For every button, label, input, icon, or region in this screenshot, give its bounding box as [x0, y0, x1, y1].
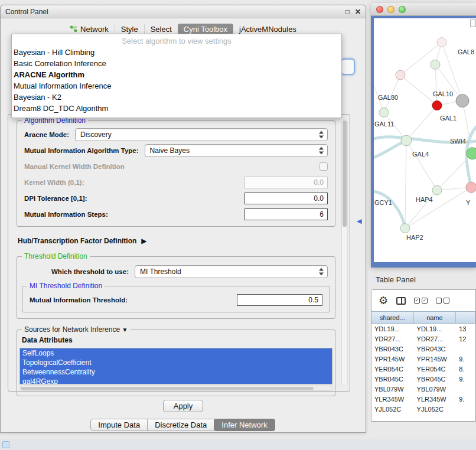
table-cell: YBL079W [414, 384, 457, 394]
algorithm-option[interactable]: ARACNE Algorithm [12, 69, 341, 80]
network-edge[interactable] [400, 75, 437, 106]
sources-group-title[interactable]: Sources for Network Inference ▼ [22, 325, 130, 334]
mi-type-combobox[interactable]: Naive Bayes [145, 144, 328, 157]
gear-icon[interactable]: ⚙ [379, 295, 388, 306]
empty-box-icon [436, 298, 442, 304]
canvas-scrollbar-button[interactable] [470, 19, 476, 27]
network-node[interactable] [432, 185, 442, 195]
tab-label: Select [151, 25, 172, 34]
tab-discretize-data[interactable]: Discretize Data [147, 419, 214, 431]
table-row[interactable]: YBR045CYBR045C9. [371, 374, 475, 384]
manual-kernel-checkbox[interactable] [319, 162, 328, 171]
data-attributes-list[interactable]: SelfLoopsTopologicalCoefficientBetweenne… [19, 348, 332, 384]
algorithm-option[interactable]: Bayesian - K2 [12, 92, 341, 103]
column-layout-icon[interactable] [396, 297, 406, 305]
mi-steps-field[interactable]: 6 [244, 208, 328, 220]
network-node[interactable] [396, 70, 405, 80]
algorithm-option[interactable]: Basic Correlation Inference [12, 58, 341, 69]
table-row[interactable]: YDL19...YDL19...13 [371, 324, 475, 334]
tab-cyni-toolbox[interactable]: Cyni Toolbox [178, 24, 233, 35]
node-label: GCY1 [374, 199, 392, 206]
minimize-button[interactable] [387, 6, 395, 13]
dpi-tolerance-field[interactable]: 0.0 [244, 193, 328, 204]
table-row[interactable]: YPR145WYPR145W9. [371, 354, 475, 364]
settings-vertical-scrollbar[interactable] [341, 119, 348, 386]
algorithm-option[interactable]: Mutual Information Inference [12, 80, 341, 92]
scrollbar-thumb[interactable] [21, 387, 314, 390]
tab-style[interactable]: Style [115, 24, 144, 35]
scrollbar-thumb[interactable] [343, 120, 347, 227]
network-edge-thick[interactable] [374, 191, 405, 228]
algorithm-option[interactable]: Bayesian - Hill Climbing [12, 47, 341, 58]
aracne-mode-combobox[interactable]: Discovery [75, 128, 328, 141]
table-row[interactable]: YJL052CYJL052C [371, 404, 475, 414]
attribute-list-item[interactable]: SelfLoops [20, 348, 332, 358]
attributes-horizontal-scrollbar[interactable] [19, 386, 332, 391]
network-node[interactable] [466, 182, 476, 193]
column-header[interactable]: shared... [371, 312, 414, 323]
window-title: Control Panel [5, 8, 48, 16]
table-row[interactable]: YDR27...YDR27...12 [371, 334, 475, 344]
bottom-band [0, 439, 476, 450]
float-window-icon[interactable]: □ [345, 8, 350, 16]
column-header[interactable] [456, 312, 475, 323]
table-row[interactable]: YBR043CYBR043C [371, 344, 475, 354]
network-graph[interactable]: GAL8GAL80GAL10GAL11GAL1SWI4GAL4GCY1HAP4Y… [374, 18, 476, 262]
network-node[interactable] [456, 94, 469, 107]
attribute-list-item[interactable]: gal4RGexp [20, 377, 332, 384]
tab-select[interactable]: Select [144, 24, 178, 35]
network-node[interactable] [467, 148, 476, 159]
network-window-titlebar[interactable] [371, 3, 476, 16]
hub-tf-definition-label: Hub/Transcription Factor Definition [18, 237, 136, 245]
tab-infer-network[interactable]: Infer Network [214, 419, 275, 431]
network-node[interactable] [432, 101, 442, 110]
attribute-list-item[interactable]: BetweennessCentrality [20, 367, 332, 377]
network-node[interactable] [379, 108, 389, 118]
network-edge[interactable] [405, 141, 406, 229]
control-panel-titlebar[interactable]: Control Panel □ ✕ [1, 5, 366, 18]
table-row[interactable]: YER054CYER054C8. [371, 364, 475, 374]
dpi-tolerance-label: DPI Tolerance [0,1]: [24, 195, 87, 202]
minimized-panel-icon[interactable] [2, 441, 9, 448]
network-edge[interactable] [435, 64, 437, 105]
threshold-definition-group: Threshold Definition Which threshold to … [17, 256, 335, 319]
network-edge[interactable] [406, 141, 437, 190]
table-cell: YLR345W [371, 394, 414, 404]
algorithm-option[interactable]: Dream8 DC_TDC Algorithm [12, 103, 341, 114]
tab-impute-data[interactable]: Impute Data [90, 419, 148, 431]
mi-type-value: Naive Bayes [150, 146, 190, 155]
which-threshold-combobox[interactable]: MI Threshold [135, 265, 328, 278]
zoom-button[interactable] [399, 6, 406, 13]
select-all-icon[interactable]: ✓ ✓ [414, 298, 428, 304]
column-header[interactable]: name [414, 312, 457, 323]
mi-threshold-label: Mutual Information Threshold: [30, 296, 128, 304]
close-button[interactable] [376, 6, 383, 13]
hub-tf-definition-section[interactable]: Hub/Transcription Factor Definition ▶ [18, 235, 335, 247]
apply-button[interactable]: Apply [163, 400, 203, 412]
tab-jactivemnodules[interactable]: jActiveMNodules [233, 24, 302, 35]
network-node[interactable] [431, 60, 440, 69]
network-canvas[interactable]: GAL8GAL80GAL10GAL11GAL1SWI4GAL4GCY1HAP4Y… [374, 18, 476, 262]
network-node[interactable] [437, 38, 446, 47]
table-cell: YBL079W [371, 384, 414, 394]
network-node[interactable] [400, 224, 410, 233]
table-cell: 13 [456, 324, 475, 334]
table-cell [456, 404, 475, 414]
network-node[interactable] [401, 135, 412, 146]
table-cell: YBR045C [371, 374, 414, 384]
mi-threshold-field[interactable]: 0.5 [237, 294, 322, 306]
table-row[interactable]: YLR345WYLR345W9. [371, 394, 475, 404]
hide-panel-arrow-icon[interactable]: ◀ [357, 217, 361, 225]
which-threshold-value: MI Threshold [140, 268, 181, 276]
table-cell [456, 344, 475, 354]
deselect-all-icon[interactable] [436, 298, 449, 304]
algorithm-combobox-fragment[interactable] [341, 58, 355, 75]
attribute-list-item[interactable]: TopologicalCoefficient [20, 358, 332, 367]
tab-network[interactable]: Network [64, 24, 115, 35]
close-window-icon[interactable]: ✕ [355, 8, 361, 16]
empty-box-icon [444, 298, 449, 304]
network-edge[interactable] [406, 106, 437, 141]
collapse-arrow-icon[interactable]: ▼ [122, 327, 128, 333]
table-row[interactable]: YBL079WYBL079W [371, 384, 475, 394]
expand-arrow-icon[interactable]: ▶ [141, 237, 146, 245]
